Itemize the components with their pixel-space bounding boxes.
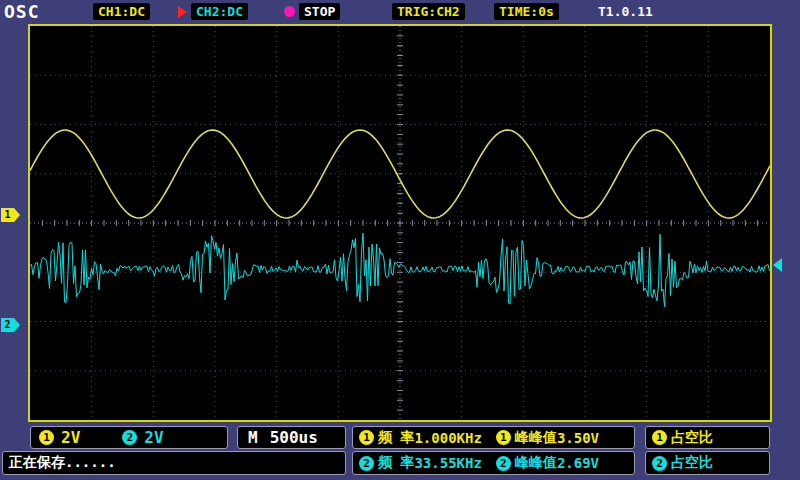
ch1-badge-icon: 1: [39, 430, 54, 445]
ch2-marker-arrow-icon: [14, 318, 20, 332]
channel-scale-box: 1 2V 2 2V: [30, 426, 228, 449]
ch2-vpp-value: 2.69V: [557, 455, 599, 471]
ch1-marker-arrow-icon: [14, 208, 20, 222]
stop-dot-icon: [284, 6, 295, 17]
ch2-vpp-readout: 2 峰峰值 2.69V: [496, 454, 599, 472]
ch2-freq-readout: 2 频 率 33.55KHz: [359, 454, 482, 472]
oscilloscope-screen: OSC CH1:DC CH2:DC STOP TRIG:CH2 TIME:0s …: [0, 0, 800, 480]
ch1-duty-label: 占空比: [671, 429, 713, 447]
ch2-ground-marker-label: 2: [4, 319, 10, 330]
run-state-indicator[interactable]: STOP: [299, 3, 340, 20]
ch2-duty-label: 占空比: [671, 454, 713, 472]
ch1-freq-badge-icon: 1: [359, 430, 374, 445]
ch1-vpp-label: 峰峰值: [515, 429, 557, 447]
ch2-ground-marker[interactable]: 2: [1, 318, 14, 332]
ch1-ground-marker[interactable]: 1: [1, 208, 14, 222]
ch1-duty-group: 1 占空比: [652, 429, 713, 447]
status-message-box: 正在保存......: [2, 451, 346, 475]
waveform-display: [28, 24, 772, 422]
trigger-level-marker[interactable]: [773, 258, 782, 272]
timebase-value: 500us: [270, 428, 318, 447]
ch1-vpp-value: 3.50V: [557, 430, 599, 446]
ch2-duty-badge-icon: 2: [652, 456, 667, 471]
ch2-vpp-badge-icon: 2: [496, 456, 511, 471]
ch2-freq-badge-icon: 2: [359, 456, 374, 471]
ch1-freq-readout: 1 频 率 1.000KHz: [359, 429, 482, 447]
ch1-scale[interactable]: 1 2V: [39, 428, 80, 447]
ch2-scale-value: 2V: [144, 428, 163, 447]
ch1-vpp-badge-icon: 1: [496, 430, 511, 445]
ch2-freq-label: 频 率: [378, 454, 414, 472]
ch1-duty-badge-icon: 1: [652, 430, 667, 445]
ch1-vpp-readout: 1 峰峰值 3.50V: [496, 429, 599, 447]
waveform-svg: [30, 26, 770, 420]
ch1-measurements: 1 频 率 1.000KHz 1 峰峰值 3.50V: [352, 426, 635, 449]
ch2-scale[interactable]: 2 2V: [122, 428, 163, 447]
ch1-scale-value: 2V: [61, 428, 80, 447]
active-channel-arrow-icon: [178, 6, 187, 18]
ch2-coupling-indicator[interactable]: CH2:DC: [191, 3, 248, 20]
ch2-badge-icon: 2: [122, 430, 137, 445]
ch2-freq-value: 33.55KHz: [414, 455, 481, 471]
ch1-ground-marker-label: 1: [4, 209, 10, 220]
ch1-coupling-indicator[interactable]: CH1:DC: [93, 3, 150, 20]
timebase-label: M: [248, 428, 258, 447]
ch2-measurements: 2 频 率 33.55KHz 2 峰峰值 2.69V: [352, 451, 635, 475]
top-status-bar: OSC CH1:DC CH2:DC STOP TRIG:CH2 TIME:0s …: [0, 0, 800, 23]
ch2-vpp-label: 峰峰值: [515, 454, 557, 472]
firmware-version: T1.0.11: [598, 3, 653, 20]
time-offset-indicator[interactable]: TIME:0s: [494, 3, 559, 20]
ch1-freq-value: 1.000KHz: [414, 430, 481, 446]
ch2-duty-group: 2 占空比: [652, 454, 713, 472]
brand-logo: OSC: [4, 1, 40, 22]
ch1-freq-label: 频 率: [378, 429, 414, 447]
status-message: 正在保存......: [9, 454, 116, 472]
timebase[interactable]: M 500us: [237, 426, 346, 449]
ch2-duty-readout: 2 占空比: [645, 451, 770, 475]
ch1-duty-readout: 1 占空比: [645, 426, 770, 449]
trigger-source-indicator[interactable]: TRIG:CH2: [392, 3, 465, 20]
